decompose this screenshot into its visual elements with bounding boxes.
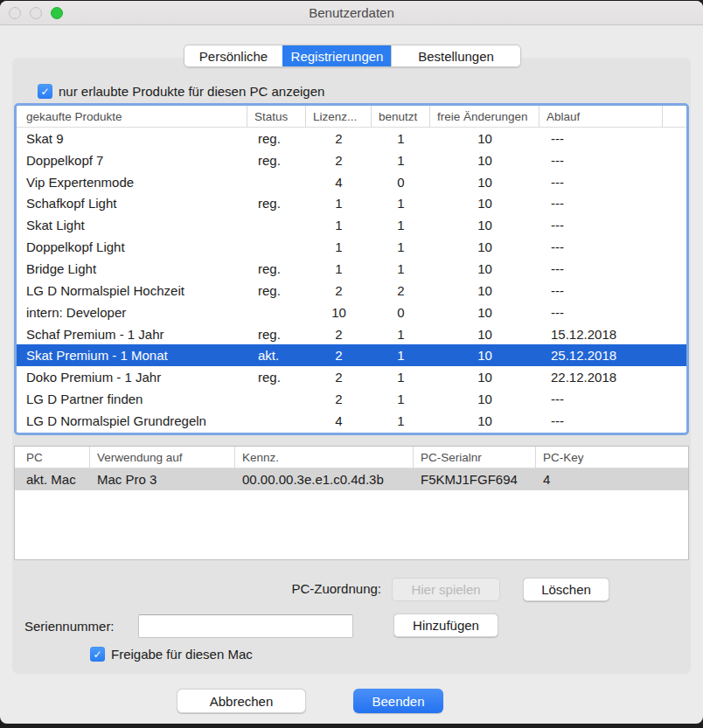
table-cell: 1 [306, 196, 372, 211]
column-header-verwendung-auf[interactable]: Verwendung auf [90, 447, 235, 468]
tab-registrierungen[interactable]: Registrierungen [282, 45, 391, 66]
table-cell: 10 [430, 196, 539, 211]
table-cell: Skat 9 [17, 131, 247, 146]
table-cell: 10 [430, 283, 539, 298]
table-cell: 10 [430, 348, 539, 363]
seriennummer-label: Seriennummer: [24, 619, 115, 634]
table-cell: Mac Pro 3 [90, 472, 235, 487]
tab-bestellungen[interactable]: Bestellungen [391, 45, 520, 66]
pc-zuordnung-label: PC-Zuordnung: [245, 581, 381, 596]
table-cell: --- [539, 283, 663, 298]
pc-table-header: PC Verwendung auf Kennz. PC-Serialnr PC-… [15, 447, 688, 468]
table-cell: 0 [372, 175, 430, 190]
products-table-header: gekaufte Produkte Status Lizenz... benut… [17, 106, 686, 128]
table-row[interactable]: akt. MacMac Pro 300.00.00.3e.e1.c0.4d.3b… [15, 468, 688, 490]
table-cell: --- [539, 239, 663, 254]
column-header-gekaufte-produkte[interactable]: gekaufte Produkte [17, 106, 247, 127]
table-cell: 1 [372, 370, 430, 385]
table-cell: 1 [372, 196, 430, 211]
table-cell: reg. [247, 261, 306, 276]
table-cell: Skat Light [17, 218, 247, 232]
hinzufuegen-button[interactable]: Hinzufügen [393, 614, 498, 637]
table-cell: 10 [430, 413, 539, 428]
table-row[interactable]: Skat 9reg.2110--- [17, 128, 686, 149]
table-row[interactable]: Skat Premium - 1 Monatakt.211025.12.2018 [17, 344, 686, 366]
tab-bar: Persönliche Registrierungen Bestellungen [184, 45, 521, 67]
freigabe-checkbox[interactable]: ✓ [90, 647, 105, 662]
table-cell: 1 [372, 413, 430, 428]
table-cell: 4 [306, 413, 372, 428]
table-cell: 10 [430, 131, 539, 146]
table-cell: 1 [372, 218, 430, 232]
table-cell: Skat Premium - 1 Monat [17, 348, 247, 363]
table-cell: Schaf Premium - 1 Jahr [17, 327, 247, 342]
table-cell: 1 [372, 392, 430, 406]
table-cell: 4 [536, 472, 688, 487]
table-cell: --- [539, 218, 663, 232]
seriennummer-input[interactable] [138, 614, 353, 638]
table-cell: 2 [306, 348, 372, 363]
table-cell: --- [539, 305, 663, 320]
abbrechen-button[interactable]: Abbrechen [177, 689, 306, 713]
column-header-pc-key[interactable]: PC-Key [536, 447, 688, 468]
table-cell: 10 [430, 392, 539, 406]
table-row[interactable]: LG D Partner finden2110--- [17, 388, 686, 410]
column-header-status[interactable]: Status [247, 106, 306, 127]
pc-table-body: akt. MacMac Pro 300.00.00.3e.e1.c0.4d.3b… [15, 468, 688, 490]
table-cell: 10 [306, 305, 372, 320]
filter-checkbox[interactable]: ✓ [38, 84, 52, 99]
table-cell: 1 [306, 218, 372, 232]
loeschen-button[interactable]: Löschen [523, 578, 609, 601]
column-header-kennz[interactable]: Kennz. [235, 447, 414, 468]
table-row[interactable]: Skat Light1110--- [17, 214, 686, 236]
table-cell: 2 [306, 153, 372, 168]
table-cell: 1 [306, 239, 372, 254]
benutzerdaten-dialog: Benutzerdaten Persönliche Registrierunge… [0, 1, 703, 724]
table-row[interactable]: intern: Developer10010--- [17, 302, 686, 323]
table-cell: 10 [430, 261, 539, 276]
table-cell: --- [539, 392, 663, 406]
table-cell: --- [539, 175, 663, 190]
table-row[interactable]: Bridge Lightreg.1110--- [17, 258, 686, 280]
table-row[interactable]: Doppelkopf Light1110--- [17, 236, 686, 258]
column-header-lizenz[interactable]: Lizenz... [306, 106, 372, 127]
table-row[interactable]: LG D Normalspiel Grundregeln4110--- [17, 410, 686, 432]
tab-persoenliche[interactable]: Persönliche [184, 45, 282, 66]
table-row[interactable]: Schafkopf Lightreg.1110--- [17, 193, 686, 215]
table-cell: 10 [430, 175, 539, 190]
table-cell: Vip Expertenmode [17, 175, 247, 190]
table-cell: F5KMJ1FGF694 [414, 472, 536, 487]
table-cell: --- [539, 196, 663, 211]
table-cell: 2 [306, 327, 372, 342]
table-row[interactable]: Schaf Premium - 1 Jahrreg.211015.12.2018 [17, 323, 686, 345]
column-header-pc-serialnr[interactable]: PC-Serialnr [414, 447, 536, 468]
column-header-pc[interactable]: PC [15, 447, 90, 468]
freigabe-checkbox-label: Freigabe für diesen Mac [111, 647, 253, 662]
table-cell: 2 [306, 392, 372, 406]
table-cell: 22.12.2018 [539, 370, 663, 385]
table-row[interactable]: LG D Normalspiel Hochzeitreg.2210--- [17, 280, 686, 302]
table-cell: 1 [372, 131, 430, 146]
table-cell: akt. [247, 348, 306, 363]
table-cell: 10 [430, 153, 539, 168]
table-cell: akt. Mac [15, 472, 90, 487]
pc-table: PC Verwendung auf Kennz. PC-Serialnr PC-… [14, 446, 689, 560]
table-row[interactable]: Vip Expertenmode4010--- [17, 171, 686, 193]
column-header-benutzt[interactable]: benutzt [372, 106, 430, 127]
table-row[interactable]: Doko Premium - 1 Jahrreg.211022.12.2018 [17, 366, 686, 388]
table-cell: 1 [372, 261, 430, 276]
products-table: gekaufte Produkte Status Lizenz... benut… [14, 103, 689, 435]
table-cell: Schafkopf Light [17, 196, 247, 211]
column-header-freie-aenderungen[interactable]: freie Änderungen [430, 106, 539, 127]
table-cell: 2 [306, 370, 372, 385]
table-cell: LG D Normalspiel Hochzeit [17, 283, 247, 298]
beenden-button[interactable]: Beenden [353, 689, 443, 713]
table-cell: Doppelkopf Light [17, 239, 247, 254]
table-cell: reg. [247, 327, 306, 342]
table-cell: Bridge Light [17, 261, 247, 276]
table-row[interactable]: Doppelkopf 7reg.2110--- [17, 149, 686, 171]
table-cell: 2 [306, 131, 372, 146]
table-cell: 2 [306, 283, 372, 298]
table-cell: 0 [372, 305, 430, 320]
column-header-ablauf[interactable]: Ablauf [539, 106, 663, 127]
